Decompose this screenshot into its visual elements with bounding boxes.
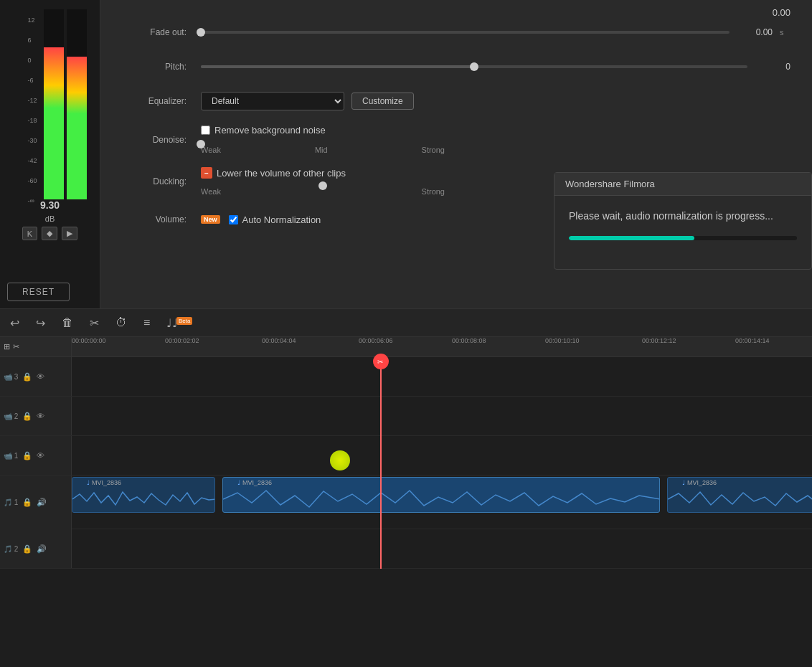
vu-diamond-btn[interactable]: ◆ [42,227,57,240]
duration-button[interactable]: ⏱ [113,313,130,332]
vu-meter: 12 6 0 -6 -12 -18 -30 -42 -60 -∞ [0,0,100,308]
redo-button[interactable]: ↪ [33,313,48,333]
track-a1-content: ♩ MVI_2836 ♩ MVI_2836 [72,476,812,529]
reset-button[interactable]: RESET [7,283,70,301]
track-a1-lock[interactable]: 🔒 [22,498,32,507]
customize-button[interactable]: Customize [351,93,414,110]
track-v1-eye[interactable]: 👁 [37,451,44,460]
fade-out-slider[interactable] [201,31,730,34]
undo-button[interactable]: ↩ [7,313,22,333]
denoise-labels: Weak Mid Strong [201,146,445,154]
top-value: 0.00 [773,7,790,18]
equalizer-row: Equalizer: Default Customize [122,90,790,112]
add-track-icon[interactable]: ⊞ [4,342,10,351]
track-a1-volume[interactable]: 🔊 [37,498,47,507]
ruler-mark-6: 00:00:12:12 [642,337,676,344]
music-icon-2: ♩ [237,479,240,486]
vu-db-label: dB [45,214,55,223]
volume-content: New Auto Normalization [201,214,321,225]
ruler-mark-5: 00:00:10:10 [545,337,580,344]
ducking-icon: − [201,167,212,179]
pitch-slider[interactable] [201,65,747,68]
ducking-label: Ducking: [122,176,187,186]
music-icon-1: ♩ [87,479,90,486]
pitch-label: Pitch: [122,62,187,72]
playhead[interactable]: ✂ [380,357,382,569]
dialog-titlebar: Wondershare Filmora [554,173,811,196]
ruler-mark-7: 00:00:14:14 [735,337,770,344]
denoise-checkbox-label: Remove background noise [214,125,326,136]
equalizer-select[interactable]: Default [201,92,344,110]
track-v1-type: 📹 1 [4,452,18,460]
vu-controls: K ◆ ▶ [22,227,77,240]
denoise-content: Remove background noise Weak Mid Strong [201,125,790,154]
clip-2-name: MVI_2836 [242,479,272,486]
waveform-2 [223,487,660,512]
track-v3-header: 📹 3 🔒 👁 [0,357,72,396]
track-v2-content [72,397,812,435]
track-a2-type: 🎵 2 [4,545,18,553]
track-v2-eye[interactable]: 👁 [37,412,44,420]
ducking-weak: Weak [201,187,221,196]
clip-1-label: ♩ MVI_2836 [87,479,121,486]
dialog-body: Please wait, audio normalization is prog… [554,196,811,247]
audio-mix-button[interactable]: ≡ [141,313,153,332]
denoise-checkbox[interactable] [201,126,210,135]
track-v3-content [72,357,812,396]
denoise-row: Denoise: Remove background noise Weak Mi… [122,125,790,154]
audio-clip-1[interactable]: ♩ MVI_2836 [72,477,215,513]
ruler-mark-3: 00:00:06:06 [359,337,393,344]
track-v1-lock[interactable]: 🔒 [22,451,32,460]
track-a2-header: 🎵 2 🔒 🔊 [0,529,72,568]
ruler-mark-0: 00:00:00:00 [72,337,106,344]
clip-1-name: MVI_2836 [92,479,121,486]
scissors-icon: ✂ [376,356,386,366]
fade-out-value: 0.00 [737,27,773,37]
track-v2-type: 📹 2 [4,412,18,420]
cursor-circle [330,450,350,470]
dialog-title: Wondershare Filmora [565,179,655,189]
track-a2-volume[interactable]: 🔊 [37,544,47,554]
ruler-row: ⊞ ✂ 00:00:00:00 00:00:02:02 00:00:04:04 … [0,337,812,357]
track-v2-lock[interactable]: 🔒 [22,412,32,421]
audio-clip-3[interactable]: ♩ MVI_2836 [667,477,812,513]
cut-button[interactable]: ✂ [87,313,102,333]
track-v3: 📹 3 🔒 👁 [0,357,812,397]
music-icon-3: ♩ [682,479,685,486]
beta-badge: Beta [176,317,192,325]
track-rows-container: ✂ 📹 3 🔒 👁 📹 2 🔒 👁 [0,357,812,569]
fade-out-slider-container: 0.00 s [201,27,790,37]
audio-clip-2[interactable]: ♩ MVI_2836 [222,477,660,513]
waveform-3 [668,487,812,512]
track-a2-content [72,529,812,568]
timeline-toolbar: ↩ ↪ 🗑 ✂ ⏱ ≡ ♩♩ Beta [0,308,812,337]
track-a1: 🎵 1 🔒 🔊 ♩ MVI_2836 [0,476,812,529]
fade-out-row: Fade out: 0.00 s [122,22,790,43]
denoise-label: Denoise: [122,135,187,145]
clip-2-label: ♩ MVI_2836 [237,479,272,486]
vu-scale: 12 6 0 -6 -12 -18 -30 -42 -60 -∞ [28,16,37,217]
denoise-strong: Strong [422,146,445,154]
dialog-message: Please wait, audio normalization is prog… [569,210,797,222]
ruler-mark-4: 00:00:08:08 [452,337,486,344]
track-v3-lock[interactable]: 🔒 [22,372,32,382]
delete-button[interactable]: 🗑 [59,313,76,332]
track-a2-lock[interactable]: 🔒 [22,544,32,554]
track-v3-type: 📹 3 [4,373,18,381]
ruler-mark-2: 00:00:04:04 [262,337,296,344]
track-v1-content [72,436,812,475]
pitch-value: 0 [755,62,790,72]
scissors-icon[interactable]: ✂ [13,342,19,351]
track-v3-eye[interactable]: 👁 [37,372,44,381]
equalizer-label: Equalizer: [122,96,187,106]
volume-checkbox[interactable] [229,215,238,224]
denoise-checkbox-row: Remove background noise [201,125,790,136]
vu-forward-btn[interactable]: ▶ [62,227,77,240]
playhead-head: ✂ [373,354,389,369]
waveform-1 [72,487,215,512]
vu-k-btn[interactable]: K [22,227,37,240]
pitch-slider-container: 0 [201,62,790,72]
timeline-ruler: 00:00:00:00 00:00:02:02 00:00:04:04 00:0… [72,337,812,356]
track-a1-header: 🎵 1 🔒 🔊 [0,476,72,529]
filmora-dialog: Wondershare Filmora Please wait, audio n… [554,172,812,270]
